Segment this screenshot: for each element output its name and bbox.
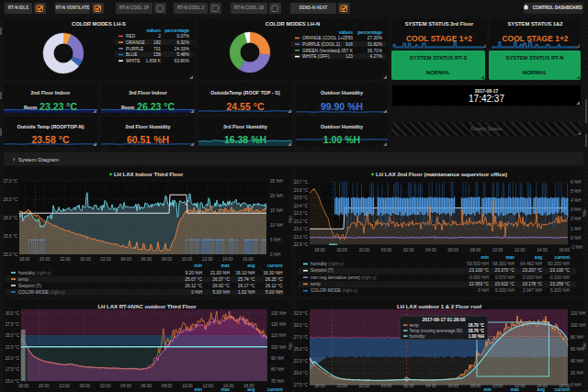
svg-text:02:00: 02:00 xyxy=(403,248,414,252)
svg-text:23.5 °C: 23.5 °C xyxy=(294,196,309,200)
svg-text:00:00: 00:00 xyxy=(80,257,91,262)
svg-text:10:00: 10:00 xyxy=(182,384,193,388)
svg-text:PURPLE: PURPLE xyxy=(126,47,143,51)
svg-text:63.80%: 63.80% xyxy=(175,59,190,63)
svg-text:70 %H: 70 %H xyxy=(271,379,284,384)
svg-text:BLUE: BLUE xyxy=(126,52,138,57)
svg-text:18.76 °C: 18.76 °C xyxy=(468,329,484,333)
svg-text:0 %H: 0 %H xyxy=(571,236,581,241)
svg-text:18.70 °C: 18.70 °C xyxy=(468,323,484,328)
svg-text:25.0 °C: 25.0 °C xyxy=(294,347,309,352)
svg-text:max: max xyxy=(220,387,230,392)
svg-text:00:00: 00:00 xyxy=(80,384,91,388)
svg-text:Temp (moving avererage,30):: Temp (moving avererage,30): xyxy=(410,329,464,333)
svg-text:values: values xyxy=(146,28,161,33)
svg-text:06:00: 06:00 xyxy=(141,257,153,262)
svg-text:30.0 °C: 30.0 °C xyxy=(6,311,20,316)
svg-text:3.347 %H: 3.347 %H xyxy=(523,288,543,293)
svg-text:5.48%: 5.48% xyxy=(176,52,189,57)
svg-text:25 %H: 25 %H xyxy=(270,179,283,184)
svg-text:0 %H: 0 %H xyxy=(478,288,489,293)
svg-text:26.37 °C: 26.37 °C xyxy=(212,277,230,282)
svg-text:24.33%: 24.33% xyxy=(175,47,190,51)
svg-text:0 %H: 0 %H xyxy=(571,383,581,387)
svg-text:59.500 %H: 59.500 %H xyxy=(467,262,489,266)
svg-text:temp:: temp: xyxy=(410,323,420,328)
svg-text:08:00: 08:00 xyxy=(162,384,173,388)
svg-text:26.17 °C: 26.17 °C xyxy=(238,284,255,288)
svg-text:0 %H: 0 %H xyxy=(270,252,280,257)
svg-text:26.12 °C: 26.12 °C xyxy=(266,284,283,288)
svg-text:0.07%: 0.07% xyxy=(176,34,189,39)
svg-text:12:00: 12:00 xyxy=(514,248,526,252)
svg-text:130 %H: 130 %H xyxy=(271,311,286,316)
svg-text:0.030 %H: 0.030 %H xyxy=(523,275,543,280)
svg-text:20 %H: 20 %H xyxy=(571,371,583,375)
svg-text:non neg derivative (error) (ri: non neg derivative (error) (right-y) xyxy=(311,275,377,280)
svg-text:27.0 °C: 27.0 °C xyxy=(4,179,18,184)
svg-text:08:00: 08:00 xyxy=(470,248,481,252)
svg-text:max: max xyxy=(220,263,230,268)
svg-text:22:00: 22:00 xyxy=(359,384,370,388)
svg-text:4 %H: 4 %H xyxy=(571,198,581,203)
svg-text:1.838 K: 1.838 K xyxy=(145,59,161,63)
svg-text:120 %H: 120 %H xyxy=(571,311,585,316)
svg-text:20:00: 20:00 xyxy=(40,257,51,262)
svg-text:18:00: 18:00 xyxy=(314,248,325,252)
svg-text:06:00: 06:00 xyxy=(447,248,458,252)
svg-text:21.00 %H: 21.00 %H xyxy=(210,271,231,275)
svg-text:humidity (right-y): humidity (right-y) xyxy=(311,262,344,266)
svg-text:120 %H: 120 %H xyxy=(271,322,286,327)
svg-text:H%: H% xyxy=(582,209,586,216)
svg-text:10:00: 10:00 xyxy=(492,384,503,388)
svg-text:100 %H: 100 %H xyxy=(271,345,286,350)
svg-text:23.7 °C: 23.7 °C xyxy=(294,180,309,185)
svg-text:26.0 °C: 26.0 °C xyxy=(4,216,18,220)
svg-text:values: values xyxy=(338,29,353,35)
svg-text:22.5 °C: 22.5 °C xyxy=(294,359,309,364)
svg-text:22.9 °C: 22.9 °C xyxy=(294,242,309,247)
svg-text:5.00 %H: 5.00 %H xyxy=(266,290,283,295)
svg-text:H%: H% xyxy=(288,216,292,222)
svg-text:temp: temp xyxy=(311,282,321,286)
svg-text:20 %H: 20 %H xyxy=(270,194,283,198)
svg-text:3 %H: 3 %H xyxy=(571,207,581,212)
svg-text:-0.100 %H: -0.100 %H xyxy=(548,275,570,280)
svg-text:04:00: 04:00 xyxy=(425,248,436,252)
svg-text:17.5 °C: 17.5 °C xyxy=(6,367,20,372)
svg-text:16.30 %H: 16.30 %H xyxy=(263,271,283,275)
svg-text:80 %H: 80 %H xyxy=(271,367,284,372)
svg-text:current: current xyxy=(267,263,283,268)
svg-text:max: max xyxy=(510,387,519,392)
svg-text:23.207 °C: 23.207 °C xyxy=(523,268,543,273)
svg-text:current: current xyxy=(554,387,570,392)
svg-text:0 %H: 0 %H xyxy=(191,290,202,295)
svg-text:22:00: 22:00 xyxy=(59,384,70,388)
svg-text:68.300 %H: 68.300 %H xyxy=(492,262,514,266)
svg-text:min: min xyxy=(194,263,202,268)
svg-text:16:00: 16:00 xyxy=(243,257,254,262)
svg-text:22:00: 22:00 xyxy=(60,257,71,262)
svg-text:5.00 %H: 5.00 %H xyxy=(213,290,231,295)
svg-text:WHITE: WHITE xyxy=(126,59,140,63)
svg-text:23.1 °C: 23.1 °C xyxy=(294,227,309,231)
svg-text:23.2 °C: 23.2 °C xyxy=(294,219,309,224)
svg-text:10:00: 10:00 xyxy=(182,257,193,262)
svg-text:23.622 °C: 23.622 °C xyxy=(495,282,515,286)
svg-text:916: 916 xyxy=(345,42,353,47)
svg-text:1 %H: 1 %H xyxy=(571,227,581,231)
svg-text:23.100 °C: 23.100 °C xyxy=(469,268,490,273)
svg-text:26.62 °C: 26.62 °C xyxy=(212,284,230,288)
svg-text:04:00: 04:00 xyxy=(120,384,131,388)
svg-text:23.100 °C: 23.100 °C xyxy=(550,268,571,273)
svg-text:LH LAX outdoor 1 & 2 Floor roo: LH LAX outdoor 1 & 2 Floor roof xyxy=(397,304,482,309)
svg-text:percentage: percentage xyxy=(357,29,382,35)
svg-text:32.5 °C: 32.5 °C xyxy=(294,311,309,316)
svg-text:COLOR-MODE (right-y): COLOR-MODE (right-y) xyxy=(18,290,65,295)
svg-text:PURPLE (COOL 2): PURPLE (COOL 2) xyxy=(302,42,341,47)
svg-text:H%: H% xyxy=(582,342,586,349)
svg-text:avg: avg xyxy=(537,387,545,392)
svg-text:12:00: 12:00 xyxy=(202,257,213,262)
svg-text:min: min xyxy=(481,255,489,260)
svg-text:08:00: 08:00 xyxy=(470,384,481,388)
